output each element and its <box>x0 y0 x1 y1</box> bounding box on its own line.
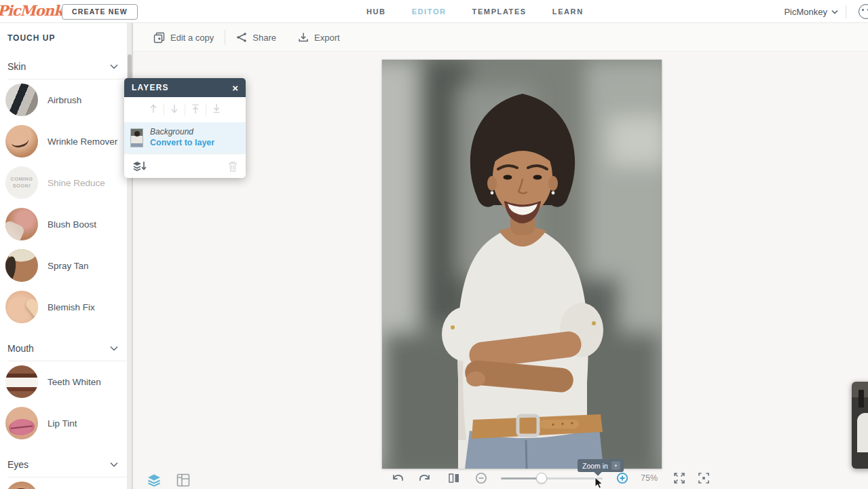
redo-icon <box>418 473 432 484</box>
tool-airbrush[interactable]: Airbrush <box>0 79 128 121</box>
tool-shine-reduce: COMING SOON! Shine Reduce <box>0 162 128 204</box>
layers-panel-footer <box>124 153 246 178</box>
tool-label: Shine Reduce <box>48 178 105 188</box>
section-skin-label: Skin <box>7 61 26 72</box>
tool-label: Lip Tint <box>48 418 77 429</box>
tool-lip-tint[interactable]: Lip Tint <box>0 403 128 444</box>
zoom-out-button[interactable] <box>470 472 493 484</box>
chevron-down-icon <box>110 346 118 351</box>
move-layer-to-bottom-button[interactable] <box>206 103 227 117</box>
nav-learn[interactable]: LEARN <box>552 7 584 16</box>
zoom-slider[interactable] <box>501 471 603 485</box>
layer-order-toolbar <box>124 97 246 122</box>
portrait-photo-render <box>382 60 662 469</box>
document-toolbar: Edit a copy Share Export portrait.jpg Ch… <box>133 23 868 52</box>
nav-templates[interactable]: TEMPLATES <box>472 7 527 16</box>
portrait-image[interactable] <box>382 60 662 469</box>
layers-title: LAYERS <box>132 83 169 92</box>
share-icon <box>236 32 247 43</box>
create-new-button[interactable]: CREATE NEW <box>62 4 138 20</box>
close-icon[interactable]: × <box>232 83 238 93</box>
flip-button[interactable] <box>438 472 470 484</box>
sidebar-title: TOUCH UP <box>7 33 55 43</box>
tool-label: Wrinkle Remover <box>48 137 117 147</box>
fullscreen-button[interactable] <box>667 472 692 484</box>
expand-arrows-icon <box>673 472 685 484</box>
zoom-slider-track-filled[interactable] <box>501 477 542 479</box>
copy-plus-icon <box>153 32 165 43</box>
tool-label: Teeth Whiten <box>48 377 101 387</box>
flatten-icon <box>132 160 147 173</box>
share-label: Share <box>252 33 276 43</box>
undo-button[interactable] <box>384 473 411 484</box>
grid-icon <box>176 473 190 487</box>
edit-a-copy-label: Edit a copy <box>170 33 214 43</box>
edit-a-copy-button[interactable]: Edit a copy <box>143 23 225 52</box>
layer-row-background[interactable]: Background Convert to layer <box>124 122 246 153</box>
top-header: PicMonkey CREATE NEW HUB EDITOR TEMPLATE… <box>0 0 868 23</box>
move-layer-down-button[interactable] <box>164 103 185 117</box>
layer-thumbnail <box>131 129 143 147</box>
spray-tan-thumbnail <box>5 249 38 282</box>
undo-icon <box>391 473 404 484</box>
flatten-layers-button[interactable] <box>132 160 147 173</box>
delete-layer-button[interactable] <box>228 161 238 172</box>
zoom-slider-handle[interactable] <box>536 473 547 484</box>
tool-label: Spray Tan <box>48 261 89 271</box>
chevron-down-icon <box>110 64 118 69</box>
layer-name: Background <box>150 127 214 137</box>
tool-spray-tan[interactable]: Spray Tan <box>0 245 128 287</box>
layers-panel: LAYERS × Background Convert to layer <box>124 78 246 178</box>
tooltip-shortcut-key: + <box>611 461 620 470</box>
eyes-tool-thumbnail <box>5 482 38 489</box>
zoom-in-button[interactable] <box>611 472 634 484</box>
tool-label: Blemish Fix <box>48 302 95 312</box>
zoom-slider-track[interactable] <box>542 477 603 479</box>
tool-wrinkle-remover[interactable]: Wrinkle Remover <box>0 121 128 162</box>
airbrush-thumbnail <box>5 84 38 116</box>
header-divider <box>846 5 846 18</box>
share-button[interactable]: Share <box>225 23 287 52</box>
redo-button[interactable] <box>411 473 438 484</box>
touchup-sidebar: TOUCH UP Skin Airbrush Wrinkle Remover C… <box>0 23 133 489</box>
export-button[interactable]: Export <box>287 23 351 52</box>
layers-panel-toggle-button[interactable] <box>147 473 162 487</box>
wrinkle-remover-thumbnail <box>5 125 38 158</box>
blemish-fix-thumbnail <box>5 291 38 323</box>
chevron-down-icon <box>110 462 118 467</box>
zoom-in-icon <box>616 472 628 484</box>
section-eyes-label: Eyes <box>7 459 29 470</box>
tool-eyes-partial[interactable] <box>0 477 128 489</box>
nav-hub[interactable]: HUB <box>366 7 386 16</box>
trash-icon <box>228 161 238 172</box>
zoom-level-label: 75% <box>641 473 658 483</box>
collage-grid-button[interactable] <box>176 473 190 487</box>
section-mouth[interactable]: Mouth <box>0 333 128 361</box>
move-layer-to-top-button[interactable] <box>185 103 206 117</box>
fit-to-screen-button[interactable] <box>692 472 716 484</box>
layers-icon <box>147 473 162 487</box>
tool-blemish-fix[interactable]: Blemish Fix <box>0 287 128 328</box>
help-avatar-icon[interactable] <box>858 4 868 19</box>
move-layer-up-button[interactable] <box>143 103 164 117</box>
coming-soon-badge: COMING SOON! <box>5 166 38 199</box>
zoom-in-tooltip: Zoom in + <box>578 459 624 472</box>
tooltip-text: Zoom in <box>582 462 608 470</box>
lip-tint-thumbnail <box>5 407 38 439</box>
account-menu[interactable]: PicMonkey <box>784 0 838 23</box>
tool-label: Blush Boost <box>48 219 96 230</box>
convert-to-layer-link[interactable]: Convert to layer <box>150 137 214 148</box>
video-pip-thumbnail[interactable] <box>852 382 868 469</box>
layers-panel-header[interactable]: LAYERS × <box>124 78 246 97</box>
nav-editor[interactable]: EDITOR <box>412 7 447 16</box>
sidebar-scroll-area: Skin Airbrush Wrinkle Remover COMING SOO… <box>0 52 128 489</box>
section-skin[interactable]: Skin <box>0 52 128 79</box>
teeth-whiten-thumbnail <box>5 365 38 398</box>
download-icon <box>298 32 309 43</box>
tool-teeth-whiten[interactable]: Teeth Whiten <box>0 361 128 403</box>
tool-blush-boost[interactable]: Blush Boost <box>0 204 128 245</box>
account-label: PicMonkey <box>784 7 827 17</box>
fit-screen-icon <box>698 472 710 484</box>
picmonkey-editor: PicMonkey CREATE NEW HUB EDITOR TEMPLATE… <box>0 0 868 489</box>
section-eyes[interactable]: Eyes <box>0 450 128 477</box>
